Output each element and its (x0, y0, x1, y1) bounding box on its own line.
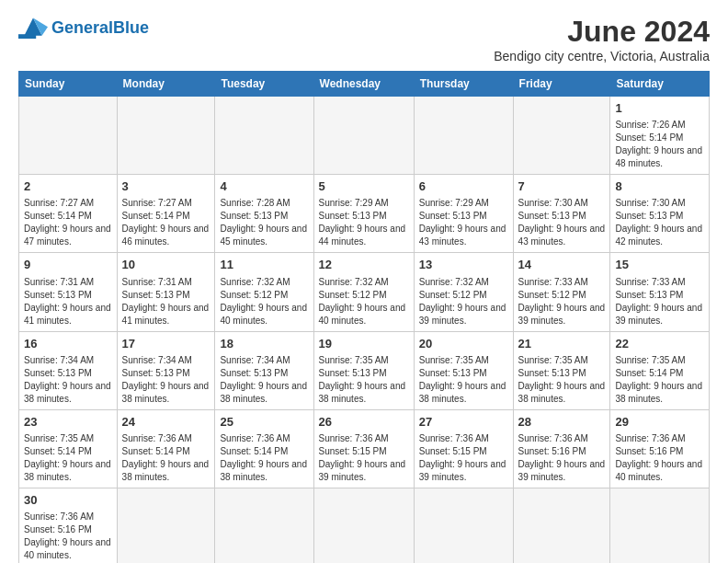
calendar-cell: 30Sunrise: 7:36 AM Sunset: 5:16 PM Dayli… (19, 488, 118, 563)
header-day-tuesday: Tuesday (215, 72, 313, 97)
day-number: 10 (122, 257, 210, 273)
week-row-6: 30Sunrise: 7:36 AM Sunset: 5:16 PM Dayli… (19, 488, 710, 563)
svg-rect-2 (18, 34, 36, 39)
calendar-cell: 28Sunrise: 7:36 AM Sunset: 5:16 PM Dayli… (513, 409, 610, 488)
logo-blue: Blue (113, 18, 149, 37)
calendar-cell (414, 488, 513, 563)
day-number: 26 (319, 414, 409, 431)
page-container: GeneralBlue June 2024 Bendigo city centr… (18, 15, 710, 563)
day-info: Sunrise: 7:29 AM Sunset: 5:13 PM Dayligh… (419, 197, 508, 248)
calendar-cell: 20Sunrise: 7:35 AM Sunset: 5:13 PM Dayli… (414, 331, 513, 409)
day-info: Sunrise: 7:36 AM Sunset: 5:14 PM Dayligh… (220, 432, 308, 484)
day-number: 9 (24, 257, 112, 273)
calendar-cell: 26Sunrise: 7:36 AM Sunset: 5:15 PM Dayli… (313, 409, 414, 488)
calendar-cell (117, 97, 215, 175)
calendar-cell: 27Sunrise: 7:36 AM Sunset: 5:15 PM Dayli… (414, 409, 513, 488)
day-number: 28 (518, 414, 606, 431)
calendar-cell (215, 97, 313, 175)
header-day-sunday: Sunday (19, 72, 118, 97)
calendar-cell: 18Sunrise: 7:34 AM Sunset: 5:13 PM Dayli… (215, 331, 313, 409)
day-number: 24 (122, 414, 210, 431)
day-number: 1 (615, 100, 704, 117)
day-number: 17 (122, 336, 210, 352)
location-subtitle: Bendigo city centre, Victoria, Australia (494, 49, 710, 63)
calendar-cell (19, 97, 118, 175)
calendar-cell: 16Sunrise: 7:34 AM Sunset: 5:13 PM Dayli… (19, 331, 118, 409)
day-number: 27 (419, 414, 508, 431)
day-info: Sunrise: 7:35 AM Sunset: 5:13 PM Dayligh… (518, 354, 606, 406)
header-day-thursday: Thursday (414, 72, 513, 97)
day-info: Sunrise: 7:35 AM Sunset: 5:13 PM Dayligh… (419, 354, 508, 406)
month-title: June 2024 (494, 15, 710, 49)
day-number: 4 (220, 178, 308, 195)
day-number: 21 (518, 336, 606, 352)
day-number: 3 (122, 178, 210, 195)
day-number: 18 (220, 336, 308, 352)
calendar-cell: 24Sunrise: 7:36 AM Sunset: 5:14 PM Dayli… (117, 409, 215, 488)
day-info: Sunrise: 7:35 AM Sunset: 5:13 PM Dayligh… (319, 354, 409, 406)
day-info: Sunrise: 7:27 AM Sunset: 5:14 PM Dayligh… (122, 197, 210, 248)
title-section: June 2024 Bendigo city centre, Victoria,… (494, 15, 710, 63)
calendar-cell: 23Sunrise: 7:35 AM Sunset: 5:14 PM Dayli… (19, 409, 118, 488)
day-info: Sunrise: 7:36 AM Sunset: 5:16 PM Dayligh… (615, 432, 704, 484)
day-info: Sunrise: 7:26 AM Sunset: 5:14 PM Dayligh… (615, 119, 704, 170)
week-row-1: 1Sunrise: 7:26 AM Sunset: 5:14 PM Daylig… (19, 97, 710, 175)
day-info: Sunrise: 7:29 AM Sunset: 5:13 PM Dayligh… (319, 197, 409, 248)
header-day-wednesday: Wednesday (313, 72, 414, 97)
day-info: Sunrise: 7:34 AM Sunset: 5:13 PM Dayligh… (122, 354, 210, 406)
day-info: Sunrise: 7:35 AM Sunset: 5:14 PM Dayligh… (615, 354, 704, 406)
day-info: Sunrise: 7:35 AM Sunset: 5:14 PM Dayligh… (24, 432, 112, 484)
day-info: Sunrise: 7:30 AM Sunset: 5:13 PM Dayligh… (518, 197, 606, 248)
calendar-cell: 19Sunrise: 7:35 AM Sunset: 5:13 PM Dayli… (313, 331, 414, 409)
day-info: Sunrise: 7:34 AM Sunset: 5:13 PM Dayligh… (220, 354, 308, 406)
day-number: 19 (319, 336, 409, 352)
day-info: Sunrise: 7:30 AM Sunset: 5:13 PM Dayligh… (615, 197, 704, 248)
header-row: SundayMondayTuesdayWednesdayThursdayFrid… (19, 72, 710, 97)
calendar-cell: 2Sunrise: 7:27 AM Sunset: 5:14 PM Daylig… (19, 175, 118, 253)
day-number: 6 (419, 178, 508, 195)
day-number: 8 (615, 178, 704, 195)
calendar-cell (215, 488, 313, 563)
day-number: 29 (615, 414, 704, 431)
day-info: Sunrise: 7:36 AM Sunset: 5:16 PM Dayligh… (24, 511, 112, 562)
calendar-cell: 17Sunrise: 7:34 AM Sunset: 5:13 PM Dayli… (117, 331, 215, 409)
header: GeneralBlue June 2024 Bendigo city centr… (18, 15, 710, 63)
calendar-cell: 3Sunrise: 7:27 AM Sunset: 5:14 PM Daylig… (117, 175, 215, 253)
day-info: Sunrise: 7:32 AM Sunset: 5:12 PM Dayligh… (220, 276, 308, 327)
calendar-cell: 13Sunrise: 7:32 AM Sunset: 5:12 PM Dayli… (414, 253, 513, 331)
calendar-cell: 29Sunrise: 7:36 AM Sunset: 5:16 PM Dayli… (610, 409, 710, 488)
calendar-cell: 25Sunrise: 7:36 AM Sunset: 5:14 PM Dayli… (215, 409, 313, 488)
day-info: Sunrise: 7:34 AM Sunset: 5:13 PM Dayligh… (24, 354, 112, 406)
day-info: Sunrise: 7:33 AM Sunset: 5:12 PM Dayligh… (518, 276, 606, 327)
header-day-saturday: Saturday (610, 72, 710, 97)
day-number: 22 (615, 336, 704, 352)
day-info: Sunrise: 7:28 AM Sunset: 5:13 PM Dayligh… (220, 197, 308, 248)
day-number: 30 (24, 492, 112, 509)
calendar-cell: 12Sunrise: 7:32 AM Sunset: 5:12 PM Dayli… (313, 253, 414, 331)
day-number: 15 (615, 257, 704, 273)
calendar-cell: 5Sunrise: 7:29 AM Sunset: 5:13 PM Daylig… (313, 175, 414, 253)
calendar-cell (513, 97, 610, 175)
calendar-cell: 6Sunrise: 7:29 AM Sunset: 5:13 PM Daylig… (414, 175, 513, 253)
day-info: Sunrise: 7:36 AM Sunset: 5:16 PM Dayligh… (518, 432, 606, 484)
day-number: 7 (518, 178, 606, 195)
calendar-cell: 1Sunrise: 7:26 AM Sunset: 5:14 PM Daylig… (610, 97, 710, 175)
day-info: Sunrise: 7:31 AM Sunset: 5:13 PM Dayligh… (122, 276, 210, 327)
calendar-cell: 15Sunrise: 7:33 AM Sunset: 5:13 PM Dayli… (610, 253, 710, 331)
calendar-cell: 7Sunrise: 7:30 AM Sunset: 5:13 PM Daylig… (513, 175, 610, 253)
week-row-2: 2Sunrise: 7:27 AM Sunset: 5:14 PM Daylig… (19, 175, 710, 253)
day-number: 12 (319, 257, 409, 273)
calendar-cell (117, 488, 215, 563)
day-number: 16 (24, 336, 112, 352)
day-number: 2 (24, 178, 112, 195)
calendar-cell: 8Sunrise: 7:30 AM Sunset: 5:13 PM Daylig… (610, 175, 710, 253)
calendar-cell: 14Sunrise: 7:33 AM Sunset: 5:12 PM Dayli… (513, 253, 610, 331)
day-info: Sunrise: 7:36 AM Sunset: 5:14 PM Dayligh… (122, 432, 210, 484)
logo-icon (18, 15, 48, 40)
week-row-5: 23Sunrise: 7:35 AM Sunset: 5:14 PM Dayli… (19, 409, 710, 488)
header-day-monday: Monday (117, 72, 215, 97)
calendar-cell (513, 488, 610, 563)
calendar-cell: 9Sunrise: 7:31 AM Sunset: 5:13 PM Daylig… (19, 253, 118, 331)
day-number: 11 (220, 257, 308, 273)
day-info: Sunrise: 7:36 AM Sunset: 5:15 PM Dayligh… (319, 432, 409, 484)
